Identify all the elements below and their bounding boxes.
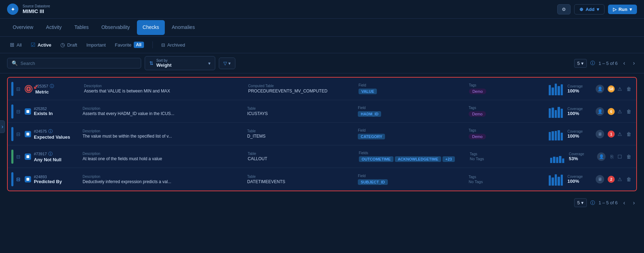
filter-bar: ⊞ All ☑ Active ◷ Draft Important Favorit… <box>0 37 644 53</box>
user-icon: 👤 <box>596 85 604 93</box>
field-tag: SUBJECT_ID <box>358 179 387 185</box>
app-identity: ✦ Source Datastore MIMIC III <box>7 4 50 15</box>
prev-page-button-bottom[interactable]: ‹ <box>621 199 627 207</box>
row-chart-block <box>547 128 565 140</box>
row-tags-block: Tags No Tags <box>469 175 544 184</box>
header-actions: ⚙ ⊕ Add ▾ ▷ Run ▾ <box>557 4 637 14</box>
run-button[interactable]: ▷ Run ▾ <box>608 5 637 14</box>
info-icon[interactable]: ⓘ <box>50 83 54 89</box>
tag-badge: Demo <box>469 134 486 139</box>
warning-icon[interactable]: ⚠ <box>616 108 624 115</box>
warning-icon[interactable]: ⚠ <box>616 176 624 183</box>
row-tags-block: Tags Demo <box>469 128 544 139</box>
bookmark-icon[interactable]: ⊟ <box>16 86 22 92</box>
warning-icon[interactable]: ⚠ <box>616 85 624 92</box>
warning-icon[interactable]: ⚠ <box>616 131 624 138</box>
delete-icon[interactable]: 🗑 <box>625 108 633 115</box>
field-more: +23 <box>443 156 455 162</box>
search-input-wrap: 🔍 <box>7 58 141 68</box>
info-icon[interactable]: ⓘ <box>48 151 53 157</box>
row-tags-block: Tags Demo <box>469 83 544 94</box>
row-desc-block: Description Asserts that every HADM_ID v… <box>83 107 245 116</box>
filter-button[interactable]: ▽ ▾ <box>219 58 235 69</box>
next-page-button-bottom[interactable]: › <box>631 199 637 207</box>
page-size-selector-top[interactable]: 5 ▾ <box>574 59 587 68</box>
row-id-block: #25352 Exists In <box>34 107 80 116</box>
page-size-selector-bottom[interactable]: 5 ▾ <box>574 198 587 207</box>
nav-checks[interactable]: Checks <box>137 20 165 35</box>
tag-badge: Demo <box>469 89 486 94</box>
info-icon[interactable]: ⓘ <box>48 128 53 134</box>
row-checkbox[interactable] <box>25 153 31 160</box>
row-checkbox[interactable] <box>25 131 31 137</box>
tag-badge: Demo <box>469 111 486 117</box>
nav-anomalies[interactable]: Anomalies <box>166 20 200 35</box>
bookmark-icon[interactable]: ⊟ <box>16 154 22 159</box>
app-title: MIMIC III <box>23 8 50 14</box>
row-id: #24893 <box>34 175 80 179</box>
checkbox-icon: ☑ <box>31 42 35 48</box>
row-chart-block <box>548 150 566 163</box>
add-chevron-icon: ▾ <box>597 7 599 12</box>
nav-overview[interactable]: Overview <box>7 20 39 35</box>
row-field-block: Field CATEGORY <box>358 128 466 139</box>
copy-icon[interactable]: ⎘ <box>609 153 615 160</box>
plus-circle-icon: ⊕ <box>579 7 583 12</box>
filter-all[interactable]: ⊞ All <box>7 40 24 49</box>
settings-button[interactable]: ⚙ <box>557 4 571 14</box>
nav-activity[interactable]: Activity <box>40 20 67 35</box>
table-row: ⊟ #24893 Predicted By Description Deduct… <box>8 168 636 191</box>
delete-icon[interactable]: 🗑 <box>625 131 633 138</box>
row-bar-indicator <box>11 104 13 119</box>
user-icon: 👤 <box>597 152 606 161</box>
alert-badge: 1 <box>608 131 615 138</box>
sort-selector[interactable]: ⇅ Sort by Weight ▾ <box>145 56 215 70</box>
row-table-block: Computed Table PROCEDUREEVENTS_MV_COMPUT… <box>248 84 356 94</box>
sort-chevron-icon: ▾ <box>208 61 211 66</box>
row-tags-block: Tags No Tags <box>470 152 546 161</box>
bookmark-icon[interactable]: ⊟ <box>16 176 22 182</box>
field-tag: OUTCOMETIME <box>359 156 394 162</box>
row-checkbox-special[interactable]: ↙ <box>25 85 32 93</box>
row-table-block: Table D_ITEMS <box>247 129 355 139</box>
bookmark-icon[interactable]: ⊟ <box>16 109 22 114</box>
row-checkbox[interactable] <box>25 108 31 115</box>
delete-icon[interactable]: 🗑 <box>625 85 633 92</box>
filter-draft[interactable]: ◷ Draft <box>58 40 80 49</box>
field-tag: CATEGORY <box>358 134 385 139</box>
add-button[interactable]: ⊕ Add ▾ <box>574 4 604 14</box>
bookmark-icon[interactable]: ⊟ <box>16 131 22 137</box>
row-checkbox[interactable] <box>25 176 31 182</box>
filter-active[interactable]: ☑ Active <box>28 40 54 49</box>
row-field-block: Field VALUE <box>359 83 466 94</box>
next-page-button-top[interactable]: › <box>631 59 637 67</box>
row-table-block: Table ICUSTAYS <box>247 107 355 116</box>
nav-tables[interactable]: Tables <box>69 20 94 35</box>
sidebar-toggle[interactable]: › <box>0 120 5 133</box>
filter-favorite[interactable]: Favorite All <box>112 40 147 49</box>
edit-icon[interactable]: ☐ <box>616 153 624 160</box>
search-icon: 🔍 <box>12 60 18 66</box>
search-input[interactable] <box>20 61 137 66</box>
top-pagination: 5 ▾ ⓘ 1 – 5 of 6 ‹ › <box>574 59 637 68</box>
row-bar-indicator <box>11 127 13 141</box>
row-avatar: 👤 <box>595 85 605 93</box>
table-row: ⊟ #24575 ⓘ Expected Values Description T… <box>8 123 636 145</box>
row-bar-indicator <box>11 150 13 164</box>
nav-bar: Overview Activity Tables Observability C… <box>0 19 644 37</box>
archive-icon: ⊟ <box>161 42 165 48</box>
app-title-block: Source Datastore MIMIC III <box>23 4 50 14</box>
delete-icon[interactable]: 🗑 <box>625 176 633 183</box>
row-chart-block <box>547 173 565 186</box>
filter-archived[interactable]: ⊟ Archived <box>158 41 188 49</box>
nav-observability[interactable]: Observability <box>96 20 136 35</box>
filter-important[interactable]: Important <box>84 41 109 49</box>
delete-icon[interactable]: 🗑 <box>625 153 633 160</box>
field-tag: HADM_ID <box>358 111 381 117</box>
row-field-block: Fields OUTCOMETIME ACKNOWLEDGETIME +23 <box>359 151 467 162</box>
alert-badge: 6 <box>608 108 615 115</box>
alert-badge: 2 <box>608 176 615 183</box>
row-chart-block <box>547 105 565 118</box>
row-desc-block: Description Asserts that VALUE is betwee… <box>84 84 245 94</box>
prev-page-button-top[interactable]: ‹ <box>621 59 627 67</box>
